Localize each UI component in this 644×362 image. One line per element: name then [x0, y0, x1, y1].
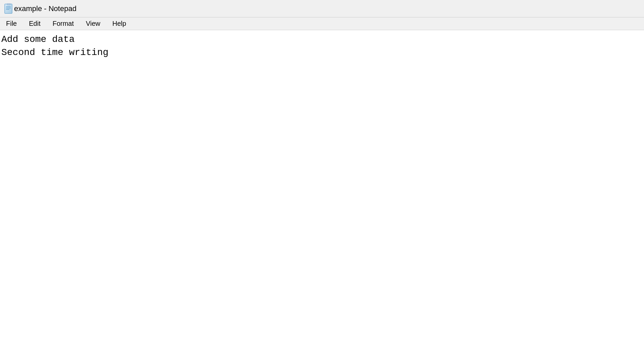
menu-edit[interactable]: Edit [23, 18, 46, 29]
menu-format[interactable]: Format [47, 18, 80, 29]
text-editor[interactable] [0, 30, 644, 362]
svg-rect-1 [5, 4, 12, 13]
menu-file[interactable]: File [0, 18, 23, 29]
svg-rect-5 [7, 3, 10, 5]
menu-help[interactable]: Help [106, 18, 132, 29]
window-title: example - Notepad [14, 4, 76, 13]
title-bar: example - Notepad [0, 0, 644, 17]
menu-bar: File Edit Format View Help [0, 17, 644, 30]
menu-view[interactable]: View [80, 18, 106, 29]
app-icon [3, 3, 14, 14]
